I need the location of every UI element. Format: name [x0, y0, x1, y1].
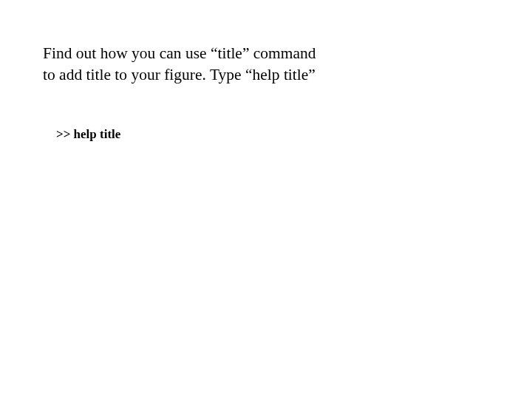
instruction-text: Find out how you can use “title” command… [43, 43, 316, 86]
command-prompt-text: >> help title [56, 127, 120, 141]
command-line: >> help title [56, 127, 120, 142]
instruction-line-1: Find out how you can use “title” command [43, 43, 316, 64]
instruction-line-2: to add title to your figure. Type “help … [43, 64, 316, 86]
